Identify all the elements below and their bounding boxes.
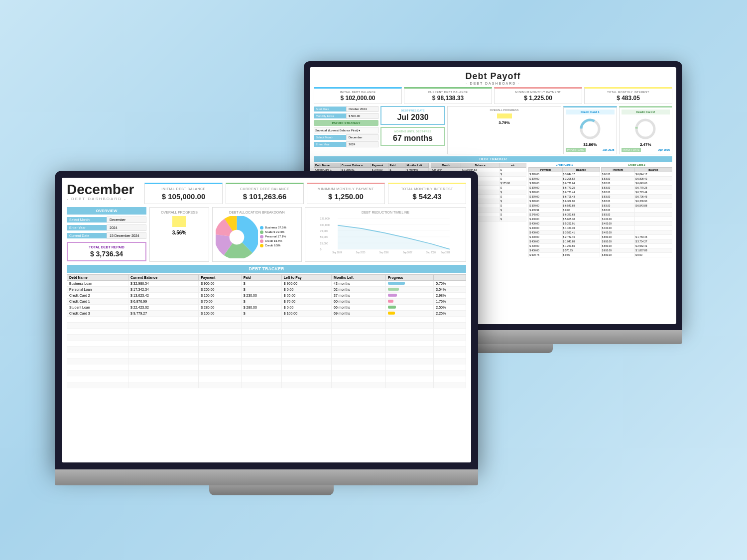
front-pie-label-credit1: Credit 13.6%	[265, 239, 282, 242]
svg-text:0: 0	[320, 248, 321, 251]
back-extra-value: $ 500.00	[346, 113, 378, 119]
front-pie-label: DEBT ALLOCATION BREAKDOWN	[216, 211, 298, 214]
front-pie-label-student: Student 22.3%	[265, 230, 284, 233]
front-pie-label-personal: Personal 17.1%	[265, 235, 286, 238]
front-col-balance: Current Balance	[128, 274, 198, 280]
back-center-panel: DEBT-FREE DATE Jul 2030 MONTHS UNTIL DEB…	[380, 106, 445, 154]
front-top-stats: December - DEBT DASHBOARD - INITIAL DEBT…	[67, 183, 466, 204]
back-start-date-row: Start Date October 2024	[314, 106, 378, 112]
front-date-value: 15 December 2024	[107, 232, 146, 239]
front-stat-payment: MINIMUM MONTHLY PAYMENT $ 1,250.00	[307, 183, 385, 204]
front-col-payment: Payment	[199, 274, 241, 280]
back-card2-table: Credit Card 2 PaymentBalance $ 60.00$ 6,…	[601, 163, 672, 257]
front-col-left: Left to Pay	[281, 274, 331, 280]
back-card2-title: Credit Card 2	[622, 110, 670, 114]
back-card1-pct: 32.86%	[566, 142, 615, 147]
back-stat-current: CURRENT DEBT BALANCE $ 98,138.33	[404, 87, 492, 104]
front-debt-row: Student Loan $ 22,423.02 $ 280.00 $ 280.…	[67, 304, 466, 310]
front-total-repaid-box: TOTAL DEBT REPAID $ 3,736.34	[67, 242, 146, 261]
back-monthly-extra-row: Monthly Extra $ 500.00	[314, 113, 378, 119]
front-current-label: CURRENT DEBT BALANCE	[230, 187, 299, 191]
front-pie-legend-item: Credit 9.5%	[260, 244, 286, 247]
back-debt-col-months: Months Left	[405, 163, 428, 167]
front-progress-bar-cell	[388, 312, 431, 315]
back-card2-payoff-label: PAYOFF DATE	[622, 148, 641, 152]
back-card1-payoff-label: PAYOFF DATE	[566, 148, 586, 152]
front-pie-label-business: Business 37.5%	[265, 226, 286, 229]
back-interest-value: $ 483.05	[587, 95, 670, 102]
front-col-pct	[434, 274, 466, 280]
back-strategy-select[interactable]: Snowball (Lowest Balance First) ▾	[314, 127, 378, 133]
back-tracker-header: DEBT TRACKER	[314, 156, 672, 162]
back-debt-free-label: DEBT-FREE DATE	[383, 109, 442, 112]
front-mini-bar	[388, 312, 395, 315]
front-debt-row-empty	[67, 334, 466, 340]
back-subtitle: - DEBT DASHBOARD -	[314, 82, 672, 85]
front-date-label: Current Date	[67, 233, 107, 238]
front-progress-bar-cell	[388, 282, 431, 285]
front-interest-label: TOTAL MONTHLY INTEREST	[392, 187, 462, 191]
front-payment-value: $ 1,250.00	[311, 192, 380, 201]
back-months-box: MONTHS UNTIL DEBT-FREE 67 months	[380, 127, 445, 146]
back-middle: Start Date October 2024 Monthly Extra $ …	[314, 106, 672, 154]
front-progress-pct: 3.56%	[153, 230, 206, 235]
front-col-name: Debt Name	[67, 274, 128, 280]
front-debt-row-empty	[67, 364, 466, 370]
front-pie-legend-item: Personal 17.1%	[260, 235, 286, 238]
back-card2-panel: Credit Card 2 2.47% PAYOFF DATE	[619, 106, 673, 154]
back-card1-title: Credit Card 1	[566, 110, 615, 114]
back-debt-col-payment: Payment	[371, 163, 388, 167]
back-months-value: 67 months	[383, 134, 442, 143]
front-year-value: 2024	[107, 224, 146, 231]
back-card1-panel: Credit Card 1 32.86%	[563, 106, 617, 154]
svg-text:Sep 2027: Sep 2027	[403, 251, 413, 253]
front-dashboard: December - DEBT DASHBOARD - INITIAL DEBT…	[62, 178, 471, 462]
front-laptop-stand	[209, 485, 334, 495]
front-pie-dot-credit1	[260, 239, 263, 243]
front-progress-bar-cell	[388, 294, 431, 297]
front-date-row: Current Date 15 December 2024	[67, 232, 146, 239]
front-debt-row-empty	[67, 316, 466, 322]
back-debt-free-date: Jul 2030	[383, 113, 442, 122]
front-overview-header: OVERVIEW	[67, 207, 146, 215]
front-pie-dot-personal	[260, 235, 263, 238]
back-card-tables: Credit Card 1 PaymentBalance $ 370.00$ 3…	[528, 163, 672, 257]
front-mini-bar	[388, 288, 399, 291]
back-debt-col-name: Debt Name	[314, 163, 341, 167]
back-month-label: Select Month	[314, 135, 346, 140]
back-monthly-col-change: +/-	[499, 163, 526, 167]
svg-text:25,000: 25,000	[320, 241, 328, 244]
front-debt-row-empty	[67, 340, 466, 346]
front-initial-label: INITIAL DEBT BALANCE	[149, 187, 218, 191]
front-overview-panel: OVERVIEW Select Month December Enter Yea…	[67, 207, 146, 262]
back-title-area: Debt Payoff - DEBT DASHBOARD -	[314, 71, 672, 85]
front-debt-row: Credit Card 1 $ 6,876.99 $ 70.00 $ $ 70.…	[67, 298, 466, 304]
back-payment-value: $ 1,225.00	[497, 95, 580, 102]
front-mini-bar	[388, 282, 405, 285]
back-initial-value: $ 102,000.00	[316, 95, 399, 102]
front-debt-row-empty	[67, 370, 466, 376]
front-progress-bar-cell	[388, 288, 431, 291]
back-card1-table: Credit Card 1 PaymentBalance $ 370.00$ 3…	[528, 163, 600, 257]
back-debt-col-balance: Current Balance	[340, 163, 371, 167]
back-card2-pct: 2.47%	[622, 142, 670, 147]
front-col-progress: Progress	[386, 274, 434, 280]
front-col-paid: Paid	[241, 274, 281, 280]
front-pie-dot-credit2	[260, 244, 263, 247]
front-subtitle: - DEBT DASHBOARD -	[67, 197, 141, 201]
front-debt-row-empty	[67, 328, 466, 334]
back-main-title: Debt Payoff	[314, 71, 672, 82]
front-line-panel: DEBT REDUCTION TIMELINE 125,000 100,000 …	[305, 207, 466, 262]
front-debt-row-empty	[67, 376, 466, 382]
front-debt-row-empty	[67, 352, 466, 358]
front-progress-bar-cell	[388, 300, 431, 303]
front-debt-row: Credit Card 3 $ 9,779.27 $ 100.00 $ $ 10…	[67, 310, 466, 316]
back-stat-initial: INITIAL DEBT BALANCE $ 102,000.00	[314, 87, 402, 104]
back-strategy-btn: PAYOFF STRATEGY	[314, 120, 378, 126]
back-debt-col-paid: Paid	[388, 163, 405, 167]
back-stat-interest: TOTAL MONTHLY INTEREST $ 483.05	[584, 87, 672, 104]
scene: Debt Payoff - DEBT DASHBOARD - INITIAL D…	[25, 31, 722, 529]
front-mini-bar	[388, 306, 396, 309]
front-pie-dot-student	[260, 230, 263, 234]
back-debt-free-box: DEBT-FREE DATE Jul 2030	[380, 106, 445, 125]
